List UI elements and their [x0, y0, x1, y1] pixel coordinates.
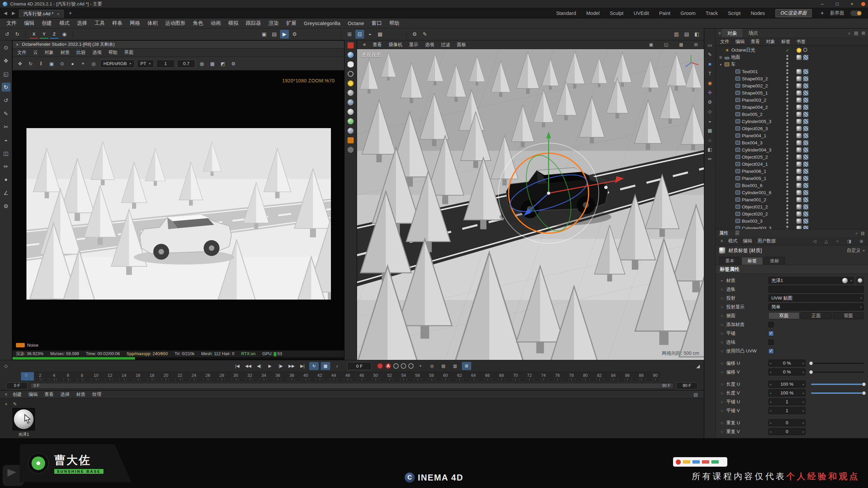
loop-toggle[interactable]: ↻ [309, 362, 319, 370]
target-tag-icon[interactable] [803, 48, 807, 52]
material-tag-icon[interactable] [796, 204, 802, 209]
viewport-menu-item[interactable]: 摄像机 [385, 42, 406, 48]
visibility-dots[interactable] [786, 98, 788, 103]
tab-basic[interactable]: 基本 [719, 257, 741, 265]
scene-icon[interactable]: ⌂ [708, 137, 711, 143]
octane-region-icon[interactable]: ▣ [47, 60, 56, 68]
uvw-tag-icon[interactable] [803, 119, 808, 124]
visibility-dots[interactable] [786, 76, 788, 81]
offset-v-input[interactable]: ◂0 %▸ [768, 368, 806, 375]
rotate-tool[interactable]: ↻ [2, 83, 11, 92]
object-tree-item[interactable]: Cylinder004_3 [716, 146, 868, 154]
visibility-dots[interactable] [786, 219, 788, 224]
visibility-dots[interactable] [786, 197, 788, 202]
tag-icon[interactable]: ◧ [708, 147, 712, 152]
octane-target-icon[interactable] [348, 42, 354, 48]
object-tree-item[interactable]: Cylinder003_3 [716, 225, 868, 229]
uvw-tag-icon[interactable] [803, 83, 808, 88]
object-tree-item[interactable]: Plane001_2 [716, 196, 868, 203]
axis-edit-tool[interactable]: ⚙ [2, 202, 11, 210]
layout-tab[interactable]: UVEdit [629, 9, 654, 17]
object-tree-item[interactable]: Object021_2 [716, 203, 868, 210]
workplane-button[interactable]: ▦ [376, 30, 384, 39]
close-button[interactable]: × [846, 1, 858, 7]
menu-item[interactable]: 工具 [91, 20, 108, 26]
visibility-dots[interactable] [786, 112, 788, 117]
menu-item[interactable]: 渲染 [265, 20, 282, 26]
offset-v-slider[interactable] [811, 371, 864, 373]
range-slider[interactable]: 0 F 90 F [31, 383, 673, 389]
uvw-tag-icon[interactable] [803, 55, 808, 60]
axis-y-lock-button[interactable]: Y [40, 30, 48, 39]
material-tag-icon[interactable] [796, 219, 802, 224]
visibility-dots[interactable] [786, 90, 788, 96]
octane-close-icon[interactable]: × [16, 42, 19, 47]
length-v-input[interactable]: ◂100 %▸ [768, 389, 806, 396]
add-material-checkbox[interactable] [768, 322, 774, 327]
uvw-tag-icon[interactable] [803, 197, 808, 202]
viewport-camera-icon[interactable]: ▦ [676, 42, 687, 47]
scale-tool[interactable]: ◱ [2, 69, 11, 78]
octane-menu-item[interactable]: 选项 [89, 49, 105, 56]
menu-item[interactable]: 创建 [38, 20, 56, 26]
uvw-tag-icon[interactable] [803, 162, 808, 167]
render-settings-button[interactable]: ⚙ [290, 30, 299, 39]
viewport-menu-item[interactable]: 选项 [421, 42, 437, 48]
object-name[interactable]: Box004_3 [742, 140, 763, 145]
pla-key-icon[interactable]: ◎ [427, 362, 437, 370]
render-view-button[interactable]: ▣ [260, 30, 269, 39]
magnet-snap-button[interactable]: ◓ [366, 30, 374, 39]
object-name[interactable]: Shape005_1 [742, 90, 768, 96]
coordinate-system-button[interactable]: ◉ [60, 30, 69, 39]
object-tree-item[interactable]: Box001_6 [716, 182, 868, 189]
octane-scatter-icon[interactable] [348, 147, 354, 153]
last-tool[interactable]: ↺ [2, 96, 11, 105]
viewport-maximize-icon[interactable]: ▣ [646, 42, 656, 47]
new-document-tab-button[interactable]: + [66, 10, 74, 17]
material-link-field[interactable]: 光泽1 ▾ [768, 277, 854, 284]
viewport-canvas[interactable] [357, 49, 704, 360]
visibility-dots[interactable] [786, 204, 788, 209]
transport-button[interactable]: ◀◀ [243, 362, 253, 370]
material-tag-icon[interactable] [796, 119, 802, 124]
uvw-tag-icon[interactable] [803, 183, 808, 188]
object-tree-item[interactable]: Shape005_1 [716, 89, 868, 97]
modeling-settings-icon[interactable]: ⚙ [410, 30, 419, 39]
material-tag-icon[interactable] [796, 226, 802, 229]
object-name[interactable]: Plane004_1 [742, 133, 766, 138]
uvw-tag-icon[interactable] [803, 226, 808, 229]
object-tree-item[interactable]: Shape004_2 [716, 104, 868, 111]
menu-item[interactable]: 模拟 [224, 20, 242, 26]
menu-item[interactable]: 编辑 [20, 20, 38, 26]
deformer-icon[interactable]: ◇ [708, 109, 712, 114]
octane-pick-material-icon[interactable]: ● [68, 60, 77, 68]
octane-save-icon[interactable]: ▦ [208, 60, 216, 68]
undo-icon[interactable]: ↺ [3, 30, 12, 39]
material-item[interactable]: 光泽1 [9, 408, 38, 438]
keyframe-selection-icon[interactable]: ▤ [439, 362, 448, 370]
uvw-tag-icon[interactable] [803, 140, 808, 145]
object-tree-item[interactable]: Plane005_1 [716, 175, 868, 182]
material-tag-icon[interactable] [796, 140, 802, 145]
add-layout-button[interactable]: + [817, 10, 827, 17]
layout-tab-new[interactable]: 新界面 [830, 10, 844, 16]
octane-menu-item[interactable]: 云 [30, 49, 41, 56]
octane-area-light-icon[interactable] [348, 61, 354, 67]
projection-display-select[interactable]: 简单 ▾ [768, 303, 864, 310]
attr-menu-item[interactable]: 编辑 [740, 238, 755, 244]
target-icon[interactable]: ◉ [708, 80, 712, 86]
octane-focus-pick-icon[interactable]: ⌖ [79, 60, 87, 68]
measure-tool[interactable]: ∠ [2, 188, 11, 197]
current-frame-field[interactable]: 0 F [347, 362, 372, 370]
object-tree-item[interactable]: Box004_3 [716, 139, 868, 146]
octane-refresh-icon[interactable]: ↻ [26, 60, 35, 68]
visibility-dots[interactable] [786, 62, 788, 67]
object-tree-item[interactable]: Plane004_1 [716, 132, 868, 139]
range-end-field[interactable]: 90 F [676, 382, 698, 389]
gear-icon[interactable]: ⚙ [708, 99, 712, 105]
visibility-dots[interactable] [786, 133, 788, 138]
layout-tab[interactable]: Sculpt [605, 9, 629, 17]
record-button[interactable] [377, 363, 383, 369]
pen-icon[interactable]: ✎ [708, 52, 712, 57]
octane-menu-item[interactable]: 比较 [73, 49, 89, 56]
